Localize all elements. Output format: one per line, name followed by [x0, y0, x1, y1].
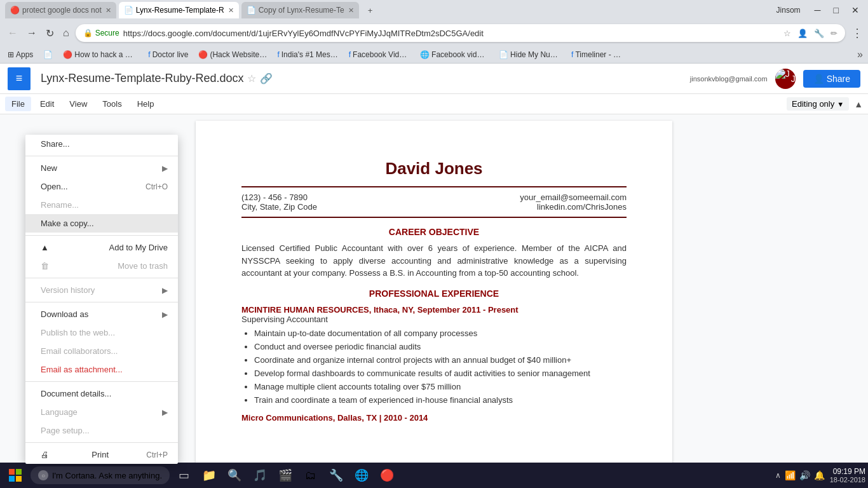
tab-3-close[interactable]: ✕ — [348, 6, 354, 15]
move-to-drive-icon[interactable]: 🔗 — [260, 72, 273, 85]
secure-label: Secure — [95, 29, 119, 37]
tab-2[interactable]: 📄 Lynx-Resume-Template-R ✕ — [119, 2, 239, 18]
add-drive-label: Add to My Drive — [109, 243, 168, 252]
extension-icon[interactable]: 🔧 — [814, 29, 824, 38]
svg-rect-3 — [16, 476, 22, 482]
timeliner-icon: f — [571, 50, 573, 59]
taskbar-chrome[interactable]: 🌐 — [350, 464, 373, 487]
version-arrow: ▶ — [162, 286, 168, 295]
share-button[interactable]: 👤 Share — [803, 70, 860, 88]
job1-company: MCINTIRE HUMAN RESOURCES, Ithaca, NY, Se… — [241, 305, 627, 315]
download-label: Download as — [41, 309, 88, 319]
language-arrow: ▶ — [162, 408, 168, 417]
menu-print[interactable]: 🖨 Print Ctrl+P — [25, 445, 178, 464]
bookmark-hide[interactable]: 📄 Hide My Numbers! - — [496, 49, 564, 60]
new-label: New — [41, 163, 57, 173]
taskbar-time: 09:19 PM — [830, 467, 865, 476]
address-input[interactable]: 🔒 Secure https://docs.google.com/documen… — [76, 24, 845, 42]
bookmark-apps[interactable]: ⊞ Apps — [5, 49, 36, 60]
star-doc-icon[interactable]: ☆ — [247, 72, 256, 85]
user-avatar[interactable]: J — [775, 69, 796, 89]
professional-experience-title: PROFESSIONAL EXPERIENCE — [241, 288, 627, 299]
email-attach-label: Email as attachment... — [41, 365, 123, 374]
share-menu-label: Share... — [41, 139, 70, 149]
bookmark-india[interactable]: f India's #1 Message B — [275, 49, 341, 60]
up-arrow-icon[interactable]: ∧ — [775, 471, 781, 480]
notification-icon[interactable]: 🔔 — [814, 470, 825, 480]
taskbar-video[interactable]: 🎬 — [274, 464, 297, 487]
start-button[interactable] — [3, 463, 28, 488]
bookmark-hack[interactable]: 🔴 How to hack a websi — [60, 49, 140, 60]
bookmark-fb-video[interactable]: f Facebook Video Dow — [346, 49, 412, 60]
network-icon[interactable]: 📶 — [785, 470, 796, 480]
taskbar-app-red[interactable]: 🔴 — [376, 464, 398, 487]
app-red-icon: 🔴 — [380, 468, 394, 482]
header-right: jinsonkvblog@gmail.com J 👤 Share — [690, 69, 860, 89]
menu-email-collaborators: Email collaborators... — [25, 342, 178, 360]
star-icon[interactable]: ☆ — [783, 29, 791, 38]
address-bar-icons: ☆ 👤 🔧 ✏ — [778, 29, 837, 38]
forward-button[interactable]: → — [24, 26, 39, 40]
bookmark-2[interactable]: 📄 — [41, 49, 55, 60]
taskbar-task-view[interactable]: ▭ — [172, 464, 195, 487]
menu-new[interactable]: New ▶ — [25, 159, 178, 177]
menu-email-attachment[interactable]: Email as attachment... — [25, 360, 178, 379]
chrome-icon: 🌐 — [355, 468, 369, 482]
menu-document-details[interactable]: Document details... — [25, 384, 178, 403]
india-icon: f — [277, 50, 279, 59]
version-label: Version history — [41, 285, 95, 295]
menu-file[interactable]: File — [5, 97, 31, 111]
menu-make-copy[interactable]: Make a copy... — [25, 214, 178, 233]
collapse-toolbar-icon[interactable]: ▲ — [854, 99, 863, 109]
menu-view[interactable]: View — [63, 97, 93, 111]
more-options-icon[interactable]: ⋮ — [851, 26, 863, 40]
bookmark-yt[interactable]: 🔴 (Hack Website) How — [196, 49, 269, 60]
cortana-search[interactable]: ○ I'm Cortana. Ask me anything. — [31, 466, 170, 484]
resume-city: City, State, Zip Code — [241, 202, 317, 212]
menu-add-to-drive[interactable]: ▲ Add to My Drive — [25, 238, 178, 257]
bookmark-timeliner[interactable]: f Timeliner - Home — [569, 49, 628, 60]
taskbar-folders[interactable]: 🗂 — [299, 464, 322, 487]
taskbar-file-explorer[interactable]: 📁 — [198, 464, 220, 487]
file-menu-dropdown: Share... New ▶ Open... Ctrl+O Rename... … — [25, 135, 178, 464]
browser-chrome: 🔴 protect google docs not ✕ 📄 Lynx-Resum… — [0, 0, 868, 64]
close-button[interactable]: ✕ — [848, 4, 863, 17]
menu-open[interactable]: Open... Ctrl+O — [25, 177, 178, 196]
menu-publish-web: Publish to the web... — [25, 323, 178, 342]
bookmark-doctor[interactable]: f Doctor live — [146, 49, 191, 60]
hack-icon: 🔴 — [63, 50, 72, 59]
editing-mode-selector[interactable]: Editing only ▼ — [787, 97, 849, 111]
menu-edit[interactable]: Edit — [34, 97, 60, 111]
reload-button[interactable]: ↻ — [43, 26, 57, 41]
svg-rect-0 — [9, 469, 15, 475]
window-controls: Jinsom ─ □ ✕ — [776, 4, 863, 17]
speaker-icon[interactable]: 🔊 — [799, 470, 810, 480]
taskbar-media[interactable]: 🎵 — [248, 464, 271, 487]
taskbar-settings[interactable]: 🔧 — [325, 464, 348, 487]
home-button[interactable]: ⌂ — [60, 26, 72, 40]
trash-label: Move to trash — [118, 261, 168, 271]
menu-help[interactable]: Help — [131, 97, 161, 111]
tab-bar: 🔴 protect google docs not ✕ 📄 Lynx-Resum… — [5, 2, 379, 18]
minimize-button[interactable]: ─ — [811, 4, 825, 17]
tab-3[interactable]: 📄 Copy of Lynx-Resume-Te ✕ — [241, 2, 359, 18]
new-tab-button[interactable]: + — [362, 2, 379, 18]
menu-download-as[interactable]: Download as ▶ — [25, 305, 178, 323]
account-icon[interactable]: 👤 — [797, 29, 808, 38]
windows-logo-icon — [9, 469, 22, 482]
taskbar: ○ I'm Cortana. Ask me anything. ▭ 📁 🔍 🎵 … — [0, 463, 868, 488]
bookmark-fb-down[interactable]: 🌐 Facebook video dow — [417, 49, 491, 60]
tab-1-close[interactable]: ✕ — [105, 6, 111, 15]
menu-tools[interactable]: Tools — [96, 97, 128, 111]
maximize-button[interactable]: □ — [830, 4, 843, 17]
bookmarks-more-button[interactable]: » — [857, 49, 863, 60]
tab-2-close[interactable]: ✕ — [228, 6, 234, 15]
back-button[interactable]: ← — [5, 26, 20, 40]
divider-4 — [25, 302, 178, 302]
tab-1[interactable]: 🔴 protect google docs not ✕ — [5, 2, 116, 18]
taskbar-search[interactable]: 🔍 — [223, 464, 246, 487]
menu-share[interactable]: Share... — [25, 135, 178, 153]
taskbar-clock[interactable]: 09:19 PM 18-02-2018 — [830, 467, 865, 484]
pen-icon[interactable]: ✏ — [831, 29, 837, 38]
apps-icon: ⊞ — [8, 50, 14, 59]
